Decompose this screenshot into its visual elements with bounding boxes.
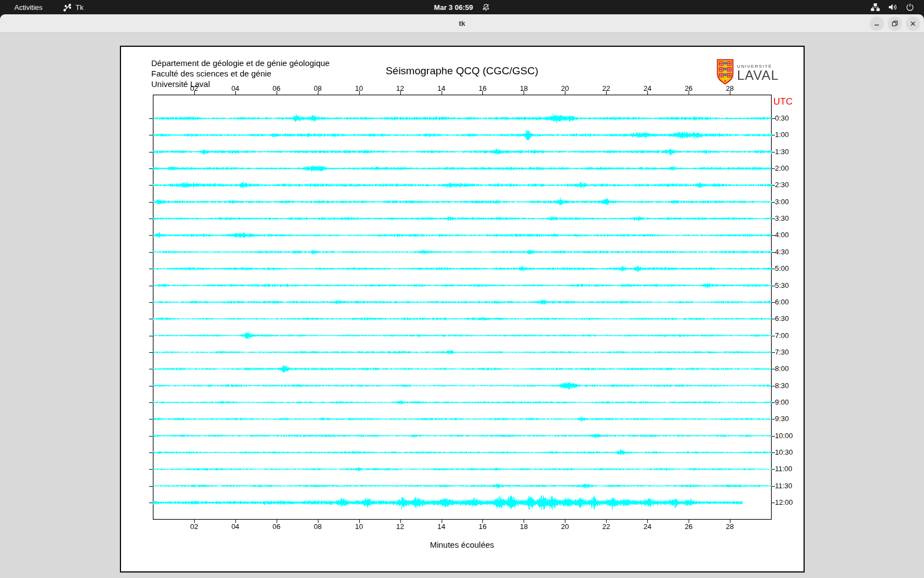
time-tick-label: 4:00 xyxy=(775,231,789,239)
time-tick-label: 6:00 xyxy=(775,298,789,306)
seismogram-canvas xyxy=(121,47,804,571)
tk-window-content: Département de géologie et de génie géol… xyxy=(0,33,924,578)
laval-shield-icon xyxy=(717,59,734,85)
time-tick-label: 8:30 xyxy=(775,381,789,390)
close-icon xyxy=(910,20,916,27)
x-tick-label-top: 26 xyxy=(685,84,692,92)
bell-muted-icon xyxy=(482,3,490,12)
time-tick-label: 10:00 xyxy=(775,432,793,440)
header-line-3: Université Laval xyxy=(151,79,329,89)
volume-icon[interactable] xyxy=(888,3,898,12)
time-tick-label: 9:30 xyxy=(775,415,789,423)
department-header: Département de géologie et de génie géol… xyxy=(151,58,329,89)
x-tick-label-top: 12 xyxy=(396,84,404,92)
app-indicator-label: Tk xyxy=(75,3,83,12)
x-tick-label-top: 22 xyxy=(602,84,610,92)
time-tick-label: 11:00 xyxy=(775,465,793,473)
minimize-icon xyxy=(873,20,880,27)
x-tick-label-top: 16 xyxy=(479,84,486,92)
x-tick-label-bottom: 04 xyxy=(232,522,239,531)
maximize-button[interactable] xyxy=(888,17,902,31)
x-axis-title: Minutes écoulées xyxy=(430,540,494,549)
tk-app-icon xyxy=(63,3,72,12)
x-tick-label-bottom: 24 xyxy=(644,522,651,531)
time-tick-label: 7:30 xyxy=(775,348,789,356)
time-tick-label: 11:30 xyxy=(775,482,793,490)
clock-label: Mar 3 06:59 xyxy=(434,3,473,12)
x-tick-label-top: 04 xyxy=(232,84,239,92)
time-tick-label: 8:00 xyxy=(775,364,789,373)
logo-laval-text: LAVAL xyxy=(737,69,779,82)
x-tick-label-top: 08 xyxy=(314,84,321,92)
plot-title: Séismographe QCQ (CGC/GSC) xyxy=(386,65,538,77)
maximize-icon xyxy=(892,20,898,27)
time-tick-label: 10:30 xyxy=(775,448,793,456)
time-tick-label: 7:00 xyxy=(775,331,789,340)
x-tick-label-top: 10 xyxy=(355,84,362,92)
activities-button[interactable]: Activities xyxy=(11,2,46,13)
x-tick-label-top: 02 xyxy=(190,84,198,92)
window-title: tk xyxy=(459,19,465,28)
network-wired-icon[interactable] xyxy=(871,3,880,12)
x-tick-label-bottom: 02 xyxy=(190,522,198,531)
x-tick-label-bottom: 16 xyxy=(479,522,486,531)
x-tick-label-top: 20 xyxy=(561,84,569,92)
time-tick-label: 1:30 xyxy=(775,148,789,156)
minimize-button[interactable] xyxy=(870,17,884,31)
time-tick-label: 12:00 xyxy=(775,498,793,506)
x-tick-label-bottom: 12 xyxy=(396,522,404,531)
x-tick-label-top: 14 xyxy=(437,84,445,92)
time-tick-label: 0:30 xyxy=(775,114,789,122)
time-tick-label: 2:30 xyxy=(775,181,789,189)
x-tick-label-top: 18 xyxy=(520,84,527,92)
x-tick-label-bottom: 08 xyxy=(314,522,321,531)
time-tick-label: 1:00 xyxy=(775,130,789,139)
x-tick-label-bottom: 06 xyxy=(273,522,280,531)
header-line-2: Faculté des sciences et de génie xyxy=(151,68,329,79)
x-tick-label-bottom: 18 xyxy=(520,522,527,531)
x-tick-label-bottom: 10 xyxy=(355,522,362,531)
time-tick-label: 3:00 xyxy=(775,198,789,206)
window-titlebar[interactable]: tk xyxy=(0,14,924,33)
time-tick-label: 5:30 xyxy=(775,281,789,290)
universite-laval-logo: UNIVERSITÉ LAVAL xyxy=(717,59,779,85)
header-line-1: Département de géologie et de génie géol… xyxy=(151,58,329,68)
gnome-top-bar: Activities Tk Mar 3 06:59 xyxy=(0,0,924,14)
x-tick-label-top: 06 xyxy=(273,84,280,92)
x-tick-label-bottom: 14 xyxy=(437,522,445,531)
time-tick-label: 6:30 xyxy=(775,314,789,323)
x-tick-label-top: 28 xyxy=(726,84,734,92)
utc-axis-title: UTC xyxy=(773,96,793,107)
x-tick-label-top: 24 xyxy=(644,84,651,92)
time-tick-label: 5:00 xyxy=(775,264,789,272)
close-button[interactable] xyxy=(906,17,920,31)
time-tick-label: 4:30 xyxy=(775,248,789,256)
seismograph-panel: Département de géologie et de génie géol… xyxy=(120,46,805,572)
time-tick-label: 3:30 xyxy=(775,214,789,222)
power-icon[interactable] xyxy=(906,3,914,12)
x-tick-label-bottom: 26 xyxy=(685,522,692,531)
time-tick-label: 2:00 xyxy=(775,164,789,172)
x-tick-label-bottom: 22 xyxy=(602,522,610,531)
time-tick-label: 9:00 xyxy=(775,398,789,406)
clock-menu[interactable]: Mar 3 06:59 xyxy=(434,3,490,12)
x-tick-label-bottom: 28 xyxy=(726,522,734,531)
app-indicator-tk[interactable]: Tk xyxy=(63,3,83,12)
x-tick-label-bottom: 20 xyxy=(561,522,569,531)
